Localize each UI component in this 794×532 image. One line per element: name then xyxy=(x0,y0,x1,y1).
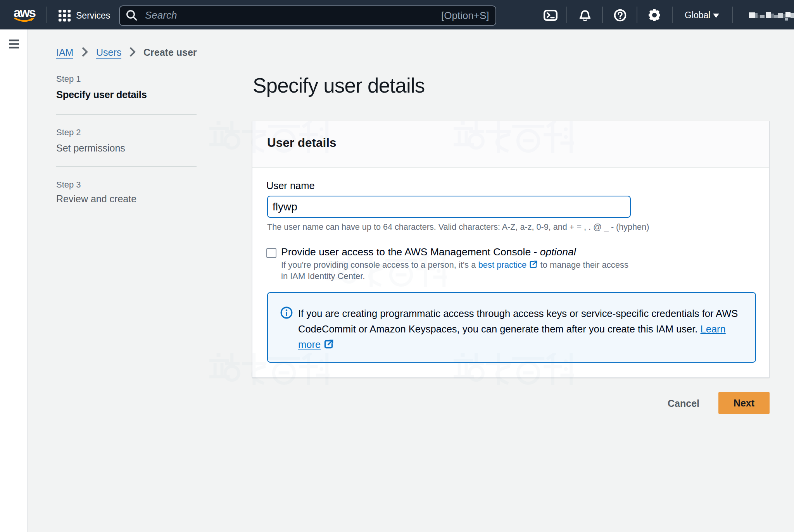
svg-text:aws: aws xyxy=(14,5,36,20)
